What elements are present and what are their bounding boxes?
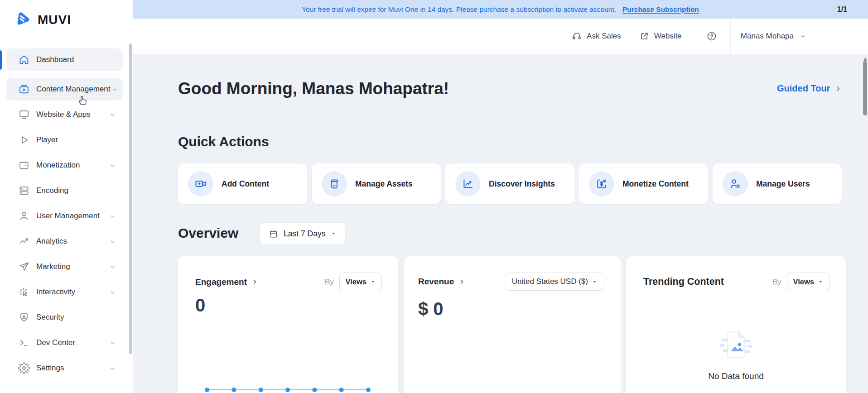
sidebar-item-label: Dashboard: [36, 55, 109, 64]
chevron-down-icon: [109, 364, 116, 372]
sidebar-item-interactivity[interactable]: Interactivity: [6, 281, 123, 303]
sidebar-item-label: Content Management: [36, 85, 111, 94]
main-content: Good Morning, Manas Mohapatra! Guided To…: [133, 54, 868, 393]
no-data-text: No Data found: [626, 371, 846, 381]
quick-action-card-monetize-content[interactable]: Monetize Content: [579, 163, 708, 204]
trial-banner: Your free trial will expire for Muvi One…: [133, 0, 868, 19]
quick-action-icon: [455, 171, 481, 196]
headset-icon: [572, 31, 582, 41]
sidebar-item-label: Encoding: [36, 186, 109, 195]
sidebar-item-encoding[interactable]: Encoding: [6, 179, 123, 202]
sidebar-item-label: Dev Center: [36, 338, 109, 347]
no-data-empty-state: No Data found: [626, 327, 846, 381]
sidebar-item-icon: [18, 362, 30, 374]
quick-action-label: Add Content: [222, 179, 269, 189]
overview-cards: Engagement By Views 0 Revenue: [178, 256, 846, 393]
quick-action-label: Manage Users: [756, 179, 810, 189]
sidebar-item-icon: [18, 185, 30, 196]
header-divider: [693, 19, 693, 53]
website-label: Website: [654, 32, 682, 41]
chevron-down-icon: [109, 238, 116, 245]
sidebar-item-label: User Management: [36, 211, 109, 220]
scrollbar-up-arrow[interactable]: [863, 56, 867, 61]
sidebar-item-icon: [18, 312, 30, 323]
sidebar-item-icon: [18, 134, 30, 146]
chevron-down-icon: [109, 212, 116, 220]
engagement-chart: [178, 374, 398, 392]
quick-action-card-add-content[interactable]: Add Content: [178, 163, 307, 204]
chevron-down-icon: [109, 111, 116, 119]
muvi-logo-text: MUVI: [38, 13, 71, 27]
sidebar-item-settings[interactable]: Settings: [6, 357, 123, 379]
help-button[interactable]: [706, 31, 717, 42]
date-range-value: Last 7 Days: [284, 229, 325, 239]
quick-action-card-discover-insights[interactable]: Discover Insights: [445, 163, 574, 204]
by-label: By: [325, 278, 334, 287]
sidebar-item-label: Website & Apps: [36, 110, 109, 119]
sidebar-item-label: Monetization: [36, 161, 109, 170]
external-link-icon: [639, 31, 649, 41]
trending-metric-value: Views: [793, 278, 814, 286]
muvi-logo-icon: [14, 11, 32, 29]
quick-action-label: Discover Insights: [489, 179, 555, 189]
sidebar-item-user-management[interactable]: User Management: [6, 205, 123, 227]
sidebar-item-icon: [18, 109, 30, 120]
sidebar-item-website-apps[interactable]: Website & Apps: [6, 103, 123, 126]
engagement-metric-dropdown[interactable]: Views: [339, 273, 382, 291]
revenue-currency-value: United States USD ($): [512, 277, 588, 286]
sidebar-item-security[interactable]: Security: [6, 306, 123, 329]
sidebar-item-content-management[interactable]: Content Management: [6, 78, 123, 101]
quick-action-label: Monetize Content: [622, 179, 689, 189]
revenue-card: Revenue United States USD ($) $ 0: [404, 256, 621, 393]
guided-tour-link[interactable]: Guided Tour: [777, 83, 842, 94]
sidebar-item-icon: [18, 159, 30, 171]
chevron-down-icon: [109, 263, 116, 271]
sidebar-item-player[interactable]: Player: [6, 129, 123, 151]
sidebar-item-label: Analytics: [36, 237, 109, 246]
scrollbar-thumb[interactable]: [863, 61, 867, 115]
sidebar-item-icon: [18, 210, 30, 222]
sidebar-item-analytics[interactable]: Analytics: [6, 230, 123, 253]
engagement-title-link[interactable]: Engagement: [195, 277, 258, 287]
top-header: Ask Sales Website Manas Mohapa: [133, 19, 868, 54]
website-button[interactable]: Website: [639, 31, 682, 41]
trending-content-card: Trending Content By Views: [626, 256, 846, 393]
quick-action-icon: [322, 171, 347, 196]
engagement-title: Engagement: [195, 277, 247, 287]
trending-metric-dropdown[interactable]: Views: [787, 273, 829, 291]
sidebar-item-label: Marketing: [36, 262, 109, 271]
sidebar-item-label: Player: [36, 135, 109, 144]
vertical-scrollbar[interactable]: [862, 54, 868, 393]
sidebar-item-icon: [18, 286, 30, 298]
date-range-dropdown[interactable]: Last 7 Days: [260, 222, 345, 245]
ask-sales-button[interactable]: Ask Sales: [572, 31, 621, 41]
engagement-value: 0: [195, 295, 205, 316]
revenue-title-link[interactable]: Revenue: [418, 277, 465, 287]
active-item-indicator: [0, 50, 2, 70]
caret-down-icon: [331, 231, 336, 236]
quick-action-card-manage-assets[interactable]: Manage Assets: [312, 163, 441, 204]
muvi-logo[interactable]: MUVI: [0, 0, 133, 29]
sidebar: MUVI Dashboard Content Management Websit…: [0, 0, 133, 393]
sidebar-item-dev-center[interactable]: Dev Center: [6, 331, 123, 354]
quick-action-card-manage-users[interactable]: Manage Users: [713, 163, 842, 204]
ask-sales-label: Ask Sales: [587, 32, 621, 41]
quick-action-label: Manage Assets: [355, 179, 413, 189]
sidebar-item-icon: [18, 235, 30, 247]
sidebar-item-monetization[interactable]: Monetization: [6, 154, 123, 177]
profile-menu[interactable]: Manas Mohapa: [741, 32, 806, 41]
sidebar-item-dashboard[interactable]: Dashboard: [6, 48, 123, 71]
header-divider: [730, 19, 731, 53]
quick-action-icon: [188, 171, 213, 196]
chevron-right-icon: [251, 278, 258, 285]
purchase-subscription-link[interactable]: Purchase Subscription: [622, 5, 699, 14]
chevron-down-icon: [109, 339, 116, 347]
sidebar-nav: Dashboard Content Management Website & A…: [0, 48, 133, 382]
trial-banner-message: Your free trial will expire for Muvi One…: [302, 5, 616, 14]
sidebar-scrollbar-thumb[interactable]: [129, 43, 132, 354]
quick-actions-title: Quick Actions: [178, 134, 269, 149]
profile-name: Manas Mohapa: [741, 32, 794, 41]
sidebar-item-marketing[interactable]: Marketing: [6, 255, 123, 278]
guided-tour-label: Guided Tour: [777, 83, 830, 94]
revenue-currency-dropdown[interactable]: United States USD ($): [505, 273, 604, 291]
